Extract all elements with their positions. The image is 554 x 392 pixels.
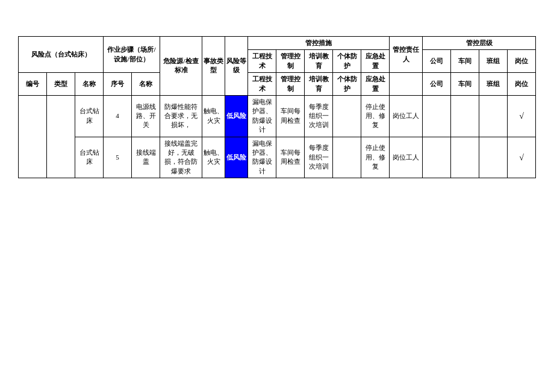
risk-table: 风险点（台式钻床） 作业步骤（场所/设施/部位） 危险源/检查标准 事故类型 风… (18, 36, 536, 178)
cell-zereren-2: 岗位工人 (390, 137, 423, 178)
header-guanli: 管理控制 (276, 50, 305, 73)
header-gongcheng2: 工程技术 (248, 73, 276, 96)
header-geti: 个体防护 (333, 50, 361, 73)
main-table-wrapper: 风险点（台式钻床） 作业步骤（场所/设施/部位） 危险源/检查标准 事故类型 风… (18, 36, 536, 178)
header-gongcheng: 工程技术 (248, 50, 276, 73)
cell-mingcheng-1: 台式钻床 (75, 95, 104, 137)
header-leixing: 类型 (47, 73, 75, 96)
cell-shigu-2: 触电、火灾 (202, 137, 225, 178)
cell-weixian-name-1: 电源线路、开关 (132, 95, 160, 137)
cell-geti-2 (333, 137, 361, 178)
header-geti2: 个体防护 (333, 73, 361, 96)
header-yingji2: 应急处置 (361, 73, 390, 96)
cell-xuhao-2: 5 (104, 137, 132, 178)
cell-guanli-1: 车间每周检查 (276, 95, 305, 137)
header-chejian: 车间 (451, 50, 479, 73)
cell-yingji-2: 停止使用、修复 (361, 137, 390, 178)
cell-yingji-1: 停止使用、修复 (361, 95, 390, 137)
header-peixun2: 培训教育 (305, 73, 333, 96)
header-zuoyebuzou: 作业步骤（场所/设施/部位） (104, 37, 160, 73)
cell-weixianyuan-2: 接线端盖完好，无破损，符合防爆要求 (160, 137, 202, 178)
header-shigu: 事故类型 (202, 37, 225, 96)
header-weixian-mingcheng: 名称 (132, 73, 160, 96)
cell-gangwei-1: √ (508, 95, 536, 137)
cell-gongcheng-1: 漏电保护器、防爆设计 (248, 95, 276, 137)
header-bianhao: 编号 (19, 73, 47, 96)
header-zereren2 (390, 73, 423, 96)
header-weixianyuan: 危险源/检查标准 (160, 37, 202, 96)
cell-geti-1 (333, 95, 361, 137)
cell-bianhao-1 (19, 95, 47, 178)
header-zereren: 管控责任人 (390, 37, 423, 73)
header-peixun: 培训教育 (305, 50, 333, 73)
cell-chejian-2 (451, 137, 479, 178)
header-cengji: 管控层级 (423, 37, 536, 50)
header-chejian2: 车间 (451, 73, 479, 96)
header-gangwei: 岗位 (508, 50, 536, 73)
header-guankong-cuoshi: 管控措施 (248, 37, 390, 50)
cell-gongsi-1 (423, 95, 451, 137)
header-gongsi2: 公司 (423, 73, 451, 96)
cell-gangwei-2: √ (508, 137, 536, 178)
cell-mingcheng-2: 台式钻床 (75, 137, 104, 178)
header-gongsi: 公司 (423, 50, 451, 73)
cell-shigu-1: 触电、火灾 (202, 95, 225, 137)
header-mingcheng-col: 名称 (75, 73, 104, 96)
header-guanli2: 管理控制 (276, 73, 305, 96)
header-fengxiandian: 风险点（台式钻床） (19, 37, 104, 73)
cell-xuhao-1: 4 (104, 95, 132, 137)
cell-peixun-1: 每季度组织一次培训 (305, 95, 333, 137)
cell-gongsi-2 (423, 137, 451, 178)
table-row: 台式钻床 5 接线端盖 接线端盖完好，无破损，符合防爆要求 触电、火灾 低风险 … (19, 137, 536, 178)
cell-zereren-1: 岗位工人 (390, 95, 423, 137)
cell-peixun-2: 每季度组织一次培训 (305, 137, 333, 178)
cell-fengxian-2: 低风险 (225, 137, 248, 178)
header-banzu: 班组 (479, 50, 508, 73)
cell-weixian-name-2: 接线端盖 (132, 137, 160, 178)
cell-banzu-1 (479, 95, 508, 137)
header-yingji: 应急处置 (361, 50, 390, 73)
cell-leixing-1 (47, 95, 75, 178)
cell-chejian-1 (451, 95, 479, 137)
header-gangwei2: 岗位 (508, 73, 536, 96)
cell-weixianyuan-1: 防爆性能符合要求，无损坏， (160, 95, 202, 137)
cell-guanli-2: 车间每周检查 (276, 137, 305, 178)
cell-banzu-2 (479, 137, 508, 178)
header-fengxian: 风险等级 (225, 37, 248, 96)
cell-fengxian-1: 低风险 (225, 95, 248, 137)
header-xuhao: 序号 (104, 73, 132, 96)
cell-gongcheng-2: 漏电保护器、防爆设计 (248, 137, 276, 178)
table-row: 台式钻床 4 电源线路、开关 防爆性能符合要求，无损坏， 触电、火灾 低风险 漏… (19, 95, 536, 137)
header-banzu2: 班组 (479, 73, 508, 96)
